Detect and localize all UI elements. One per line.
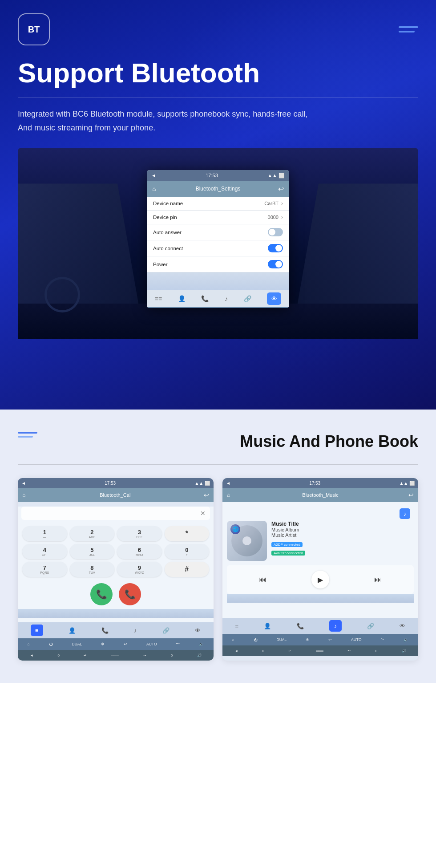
- music-ctrl2-z2: 0: [375, 649, 377, 653]
- device-row-power[interactable]: Power: [147, 256, 289, 272]
- row-value-devicepin: 0000 ›: [268, 214, 283, 220]
- car-interior: ◄ 17:53 ▲▲ ⬜ ⌂ Bluetooth_Settings ↩ Devi…: [18, 148, 418, 339]
- call-ctrl-fan[interactable]: 〜: [176, 641, 180, 647]
- hamburger-menu-button[interactable]: [399, 26, 418, 32]
- music-ctrl-recirc[interactable]: ↩: [328, 637, 332, 642]
- dial-btn-5[interactable]: 5JKL: [70, 544, 115, 559]
- lower-header: Music And Phone Book: [18, 432, 418, 451]
- music-ctrl-ac[interactable]: ❄: [306, 637, 309, 642]
- call-ctrl-recirc[interactable]: ↩: [124, 642, 127, 646]
- music-next-button[interactable]: ⏭: [374, 575, 382, 584]
- status-time: 17:53: [206, 173, 218, 178]
- device-bottom-nav: ≡≡ 👤 📞 ♪ 🔗 👁: [147, 290, 289, 307]
- music-nav-contacts[interactable]: 👤: [264, 623, 271, 629]
- call-screen: ◄ 17:53 ▲▲ ⬜ ⌂ Bluetooth_Call ↩ ✕ 1— 2AB…: [18, 478, 214, 661]
- search-clear-icon[interactable]: ✕: [200, 510, 206, 517]
- nav-icon-eye-active[interactable]: 👁: [267, 292, 281, 305]
- music-ctrl-power[interactable]: ⏻: [254, 637, 258, 642]
- auto-answer-toggle[interactable]: [268, 228, 283, 236]
- music-nav: ⌂ Bluetooth_Music ↩: [222, 488, 418, 502]
- call-button[interactable]: 📞: [90, 583, 113, 605]
- call-ctrl-home[interactable]: ⌂: [27, 642, 29, 646]
- row-label-autoanswer: Auto answer: [153, 230, 182, 235]
- steering-wheel: [44, 277, 80, 312]
- nav-icon-music[interactable]: ♪: [225, 295, 228, 302]
- call-ctrl2-z2: 0: [171, 653, 173, 657]
- music-ctrl-home[interactable]: ⌂: [232, 637, 234, 642]
- call-ctrl2-back[interactable]: ◄: [30, 653, 33, 657]
- call-ctrl2-prog[interactable]: ═══: [111, 653, 119, 657]
- nav-back-icon[interactable]: ↩: [278, 185, 284, 193]
- dial-btn-1[interactable]: 1—: [22, 526, 67, 541]
- call-nav-music[interactable]: ♪: [134, 627, 137, 634]
- dial-btn-3[interactable]: 3DEF: [117, 526, 162, 541]
- call-ctrl2-enter[interactable]: ↵: [84, 653, 87, 657]
- music-nav-eye[interactable]: 👁: [400, 623, 405, 629]
- music-controls-bar: ⌂ ⏻ DUAL ❄ ↩ AUTO 〜 🔉: [222, 634, 418, 645]
- music-ctrl-fan[interactable]: 〜: [380, 637, 384, 642]
- call-nav-home[interactable]: ⌂: [22, 492, 25, 498]
- music-nav-list[interactable]: ≡: [235, 623, 239, 629]
- device-row-autoanswer[interactable]: Auto answer: [147, 224, 289, 240]
- music-prev-button[interactable]: ⏮: [258, 575, 266, 584]
- music-nav-home[interactable]: ⌂: [227, 492, 230, 498]
- device-row-autoconnect[interactable]: Auto connect: [147, 240, 289, 256]
- dial-btn-hash[interactable]: #: [165, 562, 210, 577]
- music-nav-music-active[interactable]: ♪: [329, 620, 342, 632]
- music-ctrl2-prog[interactable]: ═══: [316, 649, 323, 653]
- call-controls: ⌂ ⏻ DUAL ❄ ↩ AUTO 〜 🔉: [18, 638, 214, 650]
- call-ctrl2-vol[interactable]: 🔊: [197, 653, 202, 657]
- badge-a2dp: A2DP connected: [271, 542, 303, 547]
- music-play-button[interactable]: ▶: [311, 571, 329, 588]
- nav-home-icon[interactable]: ⌂: [152, 185, 156, 192]
- lower-hamburger-icon[interactable]: [18, 432, 37, 438]
- music-status-icons: ▲▲ ⬜: [399, 481, 415, 486]
- chevron-right-icon-2: ›: [281, 214, 283, 220]
- call-ctrl-vol[interactable]: 🔉: [199, 642, 204, 646]
- music-ctrl2-wave: 〜: [347, 649, 351, 653]
- music-ctrl-vol[interactable]: 🔉: [404, 637, 408, 642]
- nav-icon-phone[interactable]: 📞: [201, 295, 209, 302]
- nav-icon-list[interactable]: ≡≡: [155, 295, 162, 302]
- music-ctrl2-enter[interactable]: ↵: [288, 649, 291, 653]
- auto-connect-toggle[interactable]: [268, 244, 283, 252]
- music-ctrl-dual: DUAL: [277, 637, 287, 642]
- call-nav-contacts[interactable]: 👤: [69, 627, 76, 634]
- call-nav-eye[interactable]: 👁: [195, 627, 201, 634]
- row-label-autoconnect: Auto connect: [153, 246, 183, 251]
- call-nav-list-active[interactable]: ≡: [31, 625, 43, 636]
- dialpad-search-bar[interactable]: ✕: [21, 507, 210, 520]
- device-row-devicepin[interactable]: Device pin 0000 ›: [147, 211, 289, 224]
- music-nav-phone[interactable]: 📞: [297, 623, 304, 629]
- nav-icon-contacts[interactable]: 👤: [178, 295, 186, 302]
- music-note-button[interactable]: ♪: [400, 508, 410, 519]
- dial-btn-7[interactable]: 7PQRS: [22, 562, 67, 577]
- end-call-button[interactable]: 📞: [119, 583, 141, 605]
- dial-btn-8[interactable]: 8TUV: [70, 562, 115, 577]
- call-nav-back[interactable]: ↩: [204, 491, 209, 499]
- music-nav-link[interactable]: 🔗: [367, 623, 374, 629]
- dial-btn-2[interactable]: 2ABC: [70, 526, 115, 541]
- dial-btn-4[interactable]: 4GHI: [22, 544, 67, 559]
- music-artist: Music Artist: [271, 532, 414, 538]
- music-player: 🌐 Music Title Music Album Music Artist A…: [227, 521, 414, 561]
- dial-btn-9[interactable]: 9WXYZ: [117, 562, 162, 577]
- dial-btn-star[interactable]: *: [165, 526, 210, 541]
- dialpad-actions: 📞 📞: [18, 580, 214, 609]
- status-icons: ▲▲ ⬜: [267, 173, 285, 178]
- car-dash-bottom: [18, 304, 418, 339]
- music-nav-back[interactable]: ↩: [408, 491, 414, 499]
- music-ctrl2-back[interactable]: ◄: [234, 649, 238, 653]
- call-ctrl-ac[interactable]: ❄: [101, 642, 105, 646]
- call-nav-link[interactable]: 🔗: [162, 627, 170, 634]
- badge-avrcp: AVRCP connected: [271, 551, 305, 556]
- dial-btn-0[interactable]: 0+: [165, 544, 210, 559]
- dial-btn-6[interactable]: 6MNO: [117, 544, 162, 559]
- nav-icon-link[interactable]: 🔗: [244, 295, 251, 302]
- call-nav-phone[interactable]: 📞: [101, 627, 109, 634]
- device-row-devicename[interactable]: Device name CarBT ›: [147, 197, 289, 211]
- power-toggle[interactable]: [268, 260, 283, 268]
- music-ctrl2-vol[interactable]: 🔊: [402, 649, 406, 653]
- call-statusbar: ◄ 17:53 ▲▲ ⬜: [18, 478, 214, 488]
- call-ctrl-power[interactable]: ⏻: [49, 642, 53, 646]
